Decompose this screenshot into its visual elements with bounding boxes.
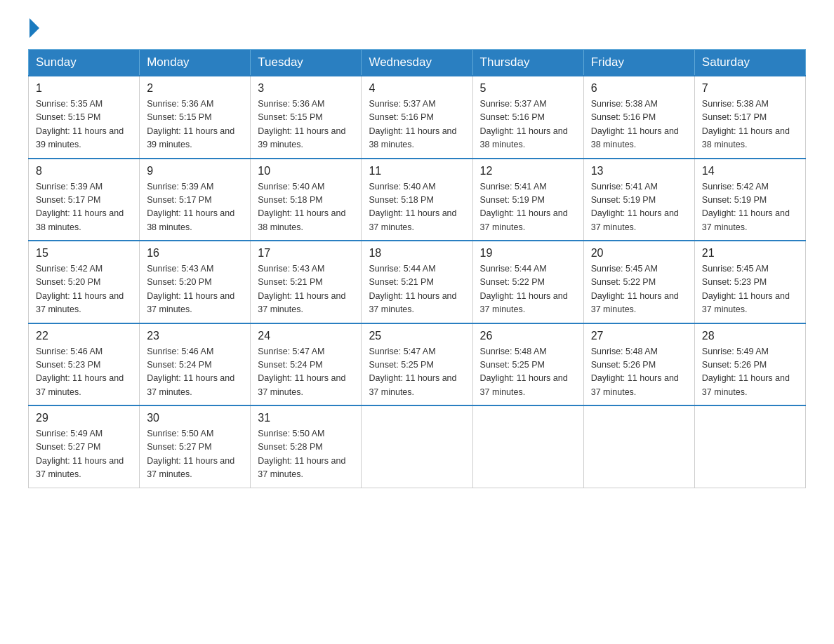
day-info: Sunrise: 5:43 AM Sunset: 5:21 PM Dayligh… xyxy=(258,262,354,317)
table-row: 15 Sunrise: 5:42 AM Sunset: 5:20 PM Dayl… xyxy=(29,241,140,323)
week-row-2: 8 Sunrise: 5:39 AM Sunset: 5:17 PM Dayli… xyxy=(29,159,806,241)
sunset-label: Sunset: 5:19 PM xyxy=(591,195,656,205)
table-row: 13 Sunrise: 5:41 AM Sunset: 5:19 PM Dayl… xyxy=(583,159,694,241)
sunset-label: Sunset: 5:24 PM xyxy=(258,360,322,370)
sunset-label: Sunset: 5:18 PM xyxy=(258,195,322,205)
day-number: 28 xyxy=(702,330,798,342)
sunrise-label: Sunrise: 5:40 AM xyxy=(369,182,435,192)
day-number: 17 xyxy=(258,247,354,260)
daylight-label: Daylight: 11 hours and 37 minutes. xyxy=(369,291,456,314)
day-number: 19 xyxy=(480,247,576,260)
day-number: 22 xyxy=(36,330,132,342)
table-row: 17 Sunrise: 5:43 AM Sunset: 5:21 PM Dayl… xyxy=(251,241,362,323)
daylight-label: Daylight: 11 hours and 37 minutes. xyxy=(258,291,345,314)
day-info: Sunrise: 5:37 AM Sunset: 5:16 PM Dayligh… xyxy=(369,98,465,152)
day-number: 9 xyxy=(147,165,243,177)
logo-triangle-icon xyxy=(29,18,39,38)
daylight-label: Daylight: 11 hours and 37 minutes. xyxy=(591,208,679,232)
daylight-label: Daylight: 11 hours and 37 minutes. xyxy=(702,208,790,232)
table-row: 28 Sunrise: 5:49 AM Sunset: 5:26 PM Dayl… xyxy=(694,323,805,406)
sunrise-label: Sunrise: 5:47 AM xyxy=(369,347,435,356)
table-row: 16 Sunrise: 5:43 AM Sunset: 5:20 PM Dayl… xyxy=(140,241,251,323)
daylight-label: Daylight: 11 hours and 37 minutes. xyxy=(147,456,234,479)
sunset-label: Sunset: 5:20 PM xyxy=(36,277,100,287)
day-info: Sunrise: 5:40 AM Sunset: 5:18 PM Dayligh… xyxy=(258,180,354,235)
daylight-label: Daylight: 11 hours and 37 minutes. xyxy=(591,291,679,314)
week-row-5: 29 Sunrise: 5:49 AM Sunset: 5:27 PM Dayl… xyxy=(29,405,806,488)
daylight-label: Daylight: 11 hours and 37 minutes. xyxy=(480,373,568,396)
day-number: 12 xyxy=(480,165,576,177)
sunset-label: Sunset: 5:27 PM xyxy=(147,442,211,452)
day-info: Sunrise: 5:47 AM Sunset: 5:24 PM Dayligh… xyxy=(258,345,354,400)
day-number: 2 xyxy=(147,82,243,95)
day-number: 11 xyxy=(369,165,465,177)
daylight-label: Daylight: 11 hours and 37 minutes. xyxy=(258,456,345,479)
table-row: 3 Sunrise: 5:36 AM Sunset: 5:15 PM Dayli… xyxy=(251,76,362,159)
day-number: 6 xyxy=(591,82,687,95)
day-info: Sunrise: 5:38 AM Sunset: 5:17 PM Dayligh… xyxy=(702,98,798,152)
sunrise-label: Sunrise: 5:40 AM xyxy=(258,182,324,192)
table-row xyxy=(694,405,805,488)
daylight-label: Daylight: 11 hours and 37 minutes. xyxy=(147,373,234,396)
day-info: Sunrise: 5:41 AM Sunset: 5:19 PM Dayligh… xyxy=(480,180,576,235)
day-number: 18 xyxy=(369,247,465,260)
day-number: 26 xyxy=(480,330,576,342)
week-row-4: 22 Sunrise: 5:46 AM Sunset: 5:23 PM Dayl… xyxy=(29,323,806,406)
table-row: 14 Sunrise: 5:42 AM Sunset: 5:19 PM Dayl… xyxy=(694,159,805,241)
day-info: Sunrise: 5:47 AM Sunset: 5:25 PM Dayligh… xyxy=(369,345,465,400)
sunrise-label: Sunrise: 5:39 AM xyxy=(36,182,102,192)
day-info: Sunrise: 5:45 AM Sunset: 5:22 PM Dayligh… xyxy=(591,262,687,317)
day-info: Sunrise: 5:39 AM Sunset: 5:17 PM Dayligh… xyxy=(36,180,132,235)
sunrise-label: Sunrise: 5:39 AM xyxy=(147,182,213,192)
day-number: 3 xyxy=(258,82,354,95)
sunset-label: Sunset: 5:15 PM xyxy=(36,112,100,122)
week-row-1: 1 Sunrise: 5:35 AM Sunset: 5:15 PM Dayli… xyxy=(29,76,806,159)
sunset-label: Sunset: 5:17 PM xyxy=(36,195,100,205)
calendar-header-monday: Monday xyxy=(140,50,251,76)
sunset-label: Sunset: 5:16 PM xyxy=(591,112,656,122)
sunset-label: Sunset: 5:27 PM xyxy=(36,442,100,452)
sunset-label: Sunset: 5:25 PM xyxy=(369,360,433,370)
daylight-label: Daylight: 11 hours and 39 minutes. xyxy=(36,126,124,149)
sunrise-label: Sunrise: 5:42 AM xyxy=(702,182,769,192)
day-info: Sunrise: 5:40 AM Sunset: 5:18 PM Dayligh… xyxy=(369,180,465,235)
table-row: 9 Sunrise: 5:39 AM Sunset: 5:17 PM Dayli… xyxy=(140,159,251,241)
sunrise-label: Sunrise: 5:38 AM xyxy=(591,99,658,109)
sunrise-label: Sunrise: 5:36 AM xyxy=(258,99,324,109)
sunset-label: Sunset: 5:23 PM xyxy=(702,277,767,287)
day-number: 21 xyxy=(702,247,798,260)
daylight-label: Daylight: 11 hours and 37 minutes. xyxy=(36,291,124,314)
daylight-label: Daylight: 11 hours and 39 minutes. xyxy=(258,126,345,149)
sunset-label: Sunset: 5:26 PM xyxy=(702,360,767,370)
sunset-label: Sunset: 5:19 PM xyxy=(480,195,545,205)
daylight-label: Daylight: 11 hours and 38 minutes. xyxy=(480,126,568,149)
day-info: Sunrise: 5:46 AM Sunset: 5:23 PM Dayligh… xyxy=(36,345,132,400)
day-info: Sunrise: 5:44 AM Sunset: 5:21 PM Dayligh… xyxy=(369,262,465,317)
daylight-label: Daylight: 11 hours and 37 minutes. xyxy=(480,208,568,232)
sunset-label: Sunset: 5:22 PM xyxy=(480,277,545,287)
sunset-label: Sunset: 5:16 PM xyxy=(369,112,433,122)
calendar-header-friday: Friday xyxy=(583,50,694,76)
table-row: 25 Sunrise: 5:47 AM Sunset: 5:25 PM Dayl… xyxy=(362,323,472,406)
table-row: 5 Sunrise: 5:37 AM Sunset: 5:16 PM Dayli… xyxy=(472,76,583,159)
calendar-header-saturday: Saturday xyxy=(694,50,805,76)
day-info: Sunrise: 5:37 AM Sunset: 5:16 PM Dayligh… xyxy=(480,98,576,152)
table-row: 22 Sunrise: 5:46 AM Sunset: 5:23 PM Dayl… xyxy=(29,323,140,406)
sunset-label: Sunset: 5:23 PM xyxy=(36,360,100,370)
daylight-label: Daylight: 11 hours and 38 minutes. xyxy=(369,126,456,149)
day-number: 16 xyxy=(147,247,243,260)
calendar-header-row: SundayMondayTuesdayWednesdayThursdayFrid… xyxy=(29,50,806,76)
daylight-label: Daylight: 11 hours and 38 minutes. xyxy=(147,208,234,232)
day-number: 27 xyxy=(591,330,687,342)
sunrise-label: Sunrise: 5:41 AM xyxy=(480,182,547,192)
sunset-label: Sunset: 5:21 PM xyxy=(258,277,322,287)
day-number: 23 xyxy=(147,330,243,342)
sunrise-label: Sunrise: 5:50 AM xyxy=(147,429,213,438)
table-row xyxy=(472,405,583,488)
sunrise-label: Sunrise: 5:43 AM xyxy=(147,264,213,274)
day-number: 1 xyxy=(36,82,132,95)
sunrise-label: Sunrise: 5:48 AM xyxy=(591,347,658,356)
sunrise-label: Sunrise: 5:45 AM xyxy=(702,264,769,274)
day-info: Sunrise: 5:49 AM Sunset: 5:26 PM Dayligh… xyxy=(702,345,798,400)
day-number: 7 xyxy=(702,82,798,95)
